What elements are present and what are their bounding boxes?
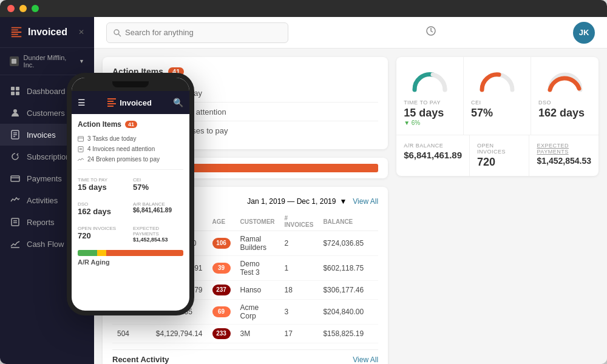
progress-segment-red bbox=[185, 164, 378, 172]
phone-logo: Invoiced bbox=[107, 98, 152, 107]
metric-open-invoices: OPEN INVOICES 720 bbox=[470, 135, 529, 176]
table-row[interactable]: 504 $4,129,794.14 233 3M 17 $158,825.19 bbox=[112, 325, 378, 343]
cell-num-invoices: 1 bbox=[280, 256, 319, 281]
phone-exp-pay-label: EXPECTED PAYMENTS bbox=[133, 226, 183, 237]
svg-rect-2 bbox=[16, 87, 19, 90]
open-invoices-value: 720 bbox=[477, 156, 521, 169]
dso-label: DSO bbox=[538, 99, 591, 106]
phone-menu-icon[interactable]: ☰ bbox=[78, 98, 86, 107]
metric-expected-payments: EXPECTED PAYMENTS $1,452,854.53 bbox=[529, 135, 599, 176]
dashboard-label: Dashboard bbox=[27, 87, 66, 96]
date-range-selector[interactable]: Jan 1, 2019 — Dec 1, 2019 ▼ bbox=[247, 197, 347, 206]
phone-cei-value: 57% bbox=[133, 183, 183, 192]
phone-action-title: Action Items 41 bbox=[78, 120, 183, 129]
invoiced-logo-icon bbox=[10, 25, 23, 39]
search-icon bbox=[113, 29, 121, 37]
phone-ar-label: A/R BALANCE bbox=[133, 201, 183, 207]
svg-point-5 bbox=[13, 109, 17, 113]
search-box[interactable] bbox=[106, 22, 288, 43]
phone-dso-value: 162 days bbox=[78, 207, 128, 216]
col-balance: BALANCE bbox=[318, 212, 368, 231]
metric-cei: CEI 57% bbox=[464, 57, 531, 135]
open-invoices-label: OPEN INVOICES bbox=[477, 143, 521, 155]
cei-label: CEI bbox=[471, 99, 523, 106]
subscriptions-icon bbox=[10, 151, 21, 162]
cell-num-invoices: 2 bbox=[280, 231, 319, 256]
company-chevron: ▼ bbox=[79, 58, 84, 64]
cell-num-invoices: 3 bbox=[280, 300, 319, 325]
date-range-chevron: ▼ bbox=[339, 197, 347, 206]
phone-invoice-icon bbox=[78, 146, 84, 152]
phone-brand-name: Invoiced bbox=[120, 98, 152, 107]
right-column: TIME TO PAY 15 days ▼ 6% bbox=[396, 57, 599, 364]
cell-customer: Acme Corp bbox=[236, 300, 280, 325]
cell-num-invoices: 18 bbox=[280, 281, 319, 300]
phone-search-icon[interactable]: 🔍 bbox=[173, 98, 183, 107]
cell-customer: Ramal Builders bbox=[236, 231, 280, 256]
svg-line-17 bbox=[118, 34, 121, 36]
cell-customer: Hanso bbox=[236, 281, 280, 300]
phone-open-inv-label: OPEN INVOICES bbox=[78, 226, 128, 231]
payments-label: Payments bbox=[27, 174, 62, 183]
stats-card: TIME TO PAY 15 days ▼ 6% bbox=[396, 57, 599, 176]
gauges-row: TIME TO PAY 15 days ▼ 6% bbox=[396, 57, 599, 135]
ttp-sub: ▼ 6% bbox=[404, 120, 456, 126]
cashflow-icon bbox=[10, 238, 21, 249]
time-to-pay-gauge bbox=[409, 66, 451, 93]
cell-bar bbox=[368, 281, 378, 300]
minimize-button[interactable] bbox=[19, 5, 27, 12]
phone-ar-value: $6,841,461.89 bbox=[133, 207, 183, 214]
metric-dso: DSO 162 days bbox=[531, 57, 599, 135]
phone-bar-red bbox=[106, 250, 183, 256]
expected-payments-value: $1,452,854.53 bbox=[537, 156, 591, 166]
recent-activity-view-all[interactable]: View All bbox=[353, 356, 378, 364]
maximize-button[interactable] bbox=[32, 5, 39, 12]
cell-total: $4,129,794.14 bbox=[151, 325, 208, 343]
pin-icon[interactable]: ✕ bbox=[78, 28, 84, 36]
phone-exp-pay: EXPECTED PAYMENTS $1,452,854.53 bbox=[133, 223, 183, 245]
svg-rect-12 bbox=[12, 218, 19, 226]
company-icon bbox=[10, 56, 19, 66]
debtors-view-all[interactable]: View All bbox=[353, 197, 378, 206]
svg-rect-0 bbox=[12, 59, 16, 64]
company-name: Dunder Mifflin, Inc. bbox=[24, 54, 74, 69]
cell-bar bbox=[368, 231, 378, 256]
expected-payments-label: EXPECTED PAYMENTS bbox=[537, 143, 591, 155]
dso-value: 162 days bbox=[538, 107, 591, 120]
phone-invoices-text: 4 Invoices need attention bbox=[87, 146, 155, 152]
phone-bar-green bbox=[78, 250, 97, 256]
close-button[interactable] bbox=[7, 5, 15, 12]
mobile-phone: ☰ Invoiced 🔍 Action Items 41 3 Tasks due… bbox=[67, 73, 194, 315]
ar-balance-label: A/R BALANCE bbox=[404, 143, 462, 149]
activities-label: Activities bbox=[27, 196, 58, 205]
cell-balance: $602,118.75 bbox=[318, 256, 368, 281]
user-avatar[interactable]: JK bbox=[573, 22, 595, 44]
customers-label: Customers bbox=[27, 109, 65, 118]
dashboard-icon bbox=[10, 86, 21, 96]
customers-icon bbox=[10, 107, 21, 118]
phone-promise-icon bbox=[78, 157, 84, 163]
phone-stats-grid-3: OPEN INVOICES 720 EXPECTED PAYMENTS $1,4… bbox=[78, 223, 183, 245]
phone-notch bbox=[112, 81, 149, 87]
phone-divider-1 bbox=[78, 169, 183, 170]
phone-top-bar bbox=[72, 78, 189, 91]
company-selector[interactable]: Dunder Mifflin, Inc. ▼ bbox=[0, 48, 94, 75]
phone-bar-yellow bbox=[97, 250, 107, 256]
phone-promises-text: 24 Broken promises to pay bbox=[87, 156, 160, 163]
cell-bar bbox=[368, 300, 378, 325]
search-input[interactable] bbox=[125, 28, 282, 37]
phone-cei: CEI 57% bbox=[133, 175, 183, 194]
cell-bar bbox=[368, 325, 378, 343]
phone-dso-label: DSO bbox=[78, 201, 128, 207]
cell-bar bbox=[368, 256, 378, 281]
phone-calendar-icon bbox=[78, 136, 84, 142]
history-icon[interactable] bbox=[425, 25, 437, 40]
cell-num-invoices: 17 bbox=[280, 325, 319, 343]
date-range-label: Jan 1, 2019 — Dec 1, 2019 bbox=[247, 197, 336, 206]
phone-invoices-row: 4 Invoices need attention bbox=[78, 144, 183, 154]
cell-customer: Demo Test 3 bbox=[236, 256, 280, 281]
sidebar-logo: Invoiced bbox=[10, 25, 67, 39]
phone-tasks-row: 3 Tasks due today bbox=[78, 133, 183, 144]
payments-icon bbox=[10, 173, 21, 184]
cell-invoices: 504 bbox=[112, 325, 151, 343]
